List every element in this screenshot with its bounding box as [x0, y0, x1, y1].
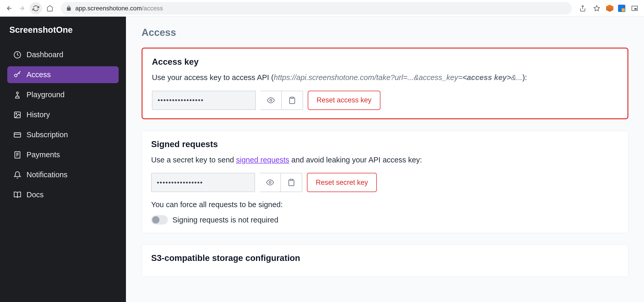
bookmark-button[interactable]	[592, 4, 601, 13]
access-key-desc: Use your access key to access API (https…	[152, 72, 618, 83]
sidebar-item-label: Dashboard	[26, 50, 63, 59]
bell-icon	[14, 171, 21, 179]
sidebar-item-access[interactable]: Access	[7, 66, 119, 83]
receipt-icon	[14, 151, 21, 159]
signing-toggle-label: Signing requests is not required	[172, 216, 278, 224]
s3-config-title: S3-compatible storage configuration	[151, 253, 619, 263]
svg-rect-5	[14, 133, 21, 137]
sidebar-item-label: Subscription	[26, 130, 68, 139]
extension-icon[interactable]	[618, 5, 625, 12]
home-button[interactable]	[45, 4, 55, 13]
svg-point-1	[15, 74, 17, 77]
main-content: Access Access key Use your access key to…	[126, 17, 644, 302]
sidebar: ScreenshotOne Dashboard Access Playgroun…	[0, 17, 126, 302]
gauge-icon	[14, 51, 21, 59]
sidebar-item-label: Notifications	[26, 170, 68, 179]
reveal-secret-key-button[interactable]	[260, 173, 281, 192]
reveal-access-key-button[interactable]	[260, 91, 282, 110]
signed-requests-card: Signed requests Use a secret key to send…	[142, 131, 628, 233]
sidebar-item-label: Payments	[26, 150, 60, 159]
lock-icon	[66, 5, 72, 11]
reset-access-key-button[interactable]: Reset access key	[308, 91, 380, 110]
forward-button[interactable]	[17, 4, 26, 13]
sidebar-item-label: History	[26, 110, 50, 119]
signed-requests-desc: Use a secret key to send signed requests…	[151, 154, 619, 166]
secret-key-input[interactable]: ••••••••••••••••	[151, 173, 255, 192]
sidebar-item-notifications[interactable]: Notifications	[7, 166, 119, 183]
sidebar-item-history[interactable]: History	[7, 106, 119, 123]
address-bar[interactable]: app.screenshotone.com/access	[61, 2, 572, 15]
signing-required-toggle[interactable]	[151, 215, 168, 225]
url-text: app.screenshotone.com/access	[75, 5, 163, 12]
book-icon	[14, 191, 21, 199]
access-key-title: Access key	[152, 57, 618, 67]
sidebar-item-subscription[interactable]: Subscription	[7, 126, 119, 143]
s3-config-card: S3-compatible storage configuration	[142, 245, 628, 277]
reload-button[interactable]	[30, 2, 42, 15]
sidebar-item-payments[interactable]: Payments	[7, 146, 119, 163]
sidebar-item-playground[interactable]: Playground	[7, 86, 119, 103]
image-icon	[14, 111, 21, 119]
sidebar-item-label: Access	[26, 70, 51, 79]
back-button[interactable]	[5, 4, 14, 13]
key-icon	[14, 71, 21, 79]
signed-requests-title: Signed requests	[151, 139, 619, 149]
card-icon	[14, 131, 21, 139]
reset-secret-key-button[interactable]: Reset secret key	[307, 173, 377, 192]
force-signed-desc: You can force all requests to be signed:	[151, 200, 619, 209]
svg-point-7	[270, 99, 272, 101]
pip-button[interactable]	[630, 4, 639, 13]
joystick-icon	[14, 91, 21, 99]
access-key-card: Access key Use your access key to access…	[142, 48, 628, 119]
brand-logo: ScreenshotOne	[7, 25, 119, 35]
eye-icon	[267, 96, 275, 104]
copy-secret-key-button[interactable]	[281, 173, 302, 192]
sidebar-item-docs[interactable]: Docs	[7, 186, 119, 203]
share-button[interactable]	[578, 4, 587, 13]
signed-requests-link[interactable]: signed requests	[236, 156, 289, 164]
svg-point-4	[16, 113, 17, 114]
clipboard-icon	[287, 179, 295, 186]
sidebar-item-label: Docs	[26, 191, 44, 199]
browser-toolbar: app.screenshotone.com/access	[0, 0, 644, 17]
svg-point-2	[16, 92, 18, 94]
sidebar-item-dashboard[interactable]: Dashboard	[7, 46, 119, 63]
svg-point-9	[269, 181, 271, 183]
access-key-input[interactable]: ••••••••••••••••	[152, 91, 256, 110]
metamask-extension-icon[interactable]	[606, 5, 613, 12]
sidebar-item-label: Playground	[26, 90, 65, 99]
clipboard-icon	[288, 96, 296, 104]
eye-icon	[266, 179, 274, 186]
svg-rect-10	[290, 179, 293, 181]
page-title: Access	[142, 27, 628, 38]
svg-rect-8	[291, 97, 293, 98]
copy-access-key-button[interactable]	[282, 91, 303, 110]
